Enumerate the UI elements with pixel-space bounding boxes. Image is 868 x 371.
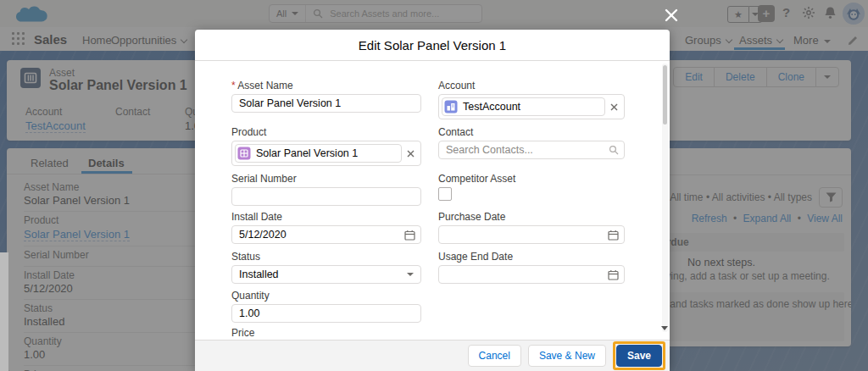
- field-contact: Contact: [438, 127, 625, 159]
- product-pill-label: Solar Panel Version 1: [256, 147, 358, 159]
- account-pill[interactable]: TestAccount: [442, 97, 605, 116]
- calendar-icon[interactable]: [608, 230, 619, 241]
- field-competitor-asset: Competitor Asset: [438, 174, 625, 204]
- search-icon: [609, 145, 619, 155]
- chevron-down-icon: [407, 273, 414, 276]
- modal-scrollbar[interactable]: [662, 64, 668, 332]
- page-scrollbar[interactable]: [0, 252, 8, 371]
- calendar-icon[interactable]: [608, 269, 619, 280]
- field-purchase-date: Purchase Date: [438, 212, 625, 244]
- usage-end-date-input[interactable]: [438, 265, 625, 284]
- account-lookup[interactable]: TestAccount: [438, 94, 625, 119]
- install-date-input[interactable]: [231, 225, 421, 244]
- product-pill[interactable]: Solar Panel Version 1: [235, 144, 402, 163]
- status-value: Installed: [239, 269, 279, 280]
- cancel-button[interactable]: Cancel: [468, 345, 521, 367]
- field-usage-end-date: Usage End Date: [438, 252, 625, 284]
- modal-scrollbar-thumb[interactable]: [663, 65, 667, 125]
- field-account: Account TestAccount: [438, 80, 625, 119]
- modal-header: Edit Solar Panel Version 1: [195, 30, 670, 61]
- edit-asset-modal: Edit Solar Panel Version 1 Asset Name Pr…: [195, 30, 670, 371]
- modal-title: Edit Solar Panel Version 1: [359, 38, 506, 53]
- scrollbar-down-arrow[interactable]: [661, 326, 668, 330]
- save-and-new-button[interactable]: Save & New: [528, 345, 606, 367]
- modal-close-icon[interactable]: [660, 4, 682, 26]
- field-quantity: Quantity: [231, 291, 421, 323]
- status-select[interactable]: Installed: [231, 265, 421, 284]
- save-button[interactable]: Save: [616, 345, 662, 367]
- field-product: Product Solar Panel Version 1: [231, 127, 421, 166]
- field-serial-number: Serial Number: [231, 174, 421, 206]
- product-lookup[interactable]: Solar Panel Version 1: [231, 141, 421, 166]
- purchase-date-input[interactable]: [438, 225, 625, 244]
- asset-name-input[interactable]: [231, 94, 421, 113]
- field-status: Status Installed: [231, 252, 421, 284]
- modal-footer: Cancel Save & New Save: [195, 340, 670, 371]
- save-button-highlight: Save: [613, 341, 665, 370]
- account-pill-label: TestAccount: [463, 101, 520, 113]
- field-asset-name: Asset Name: [231, 80, 421, 113]
- remove-product-icon[interactable]: [407, 150, 415, 158]
- salesforce-app: All ★ + ?: [0, 0, 868, 371]
- remove-account-icon[interactable]: [610, 103, 618, 111]
- field-install-date: Install Date: [231, 212, 421, 244]
- serial-number-input[interactable]: [231, 187, 421, 206]
- account-object-icon: [444, 100, 458, 114]
- quantity-input[interactable]: [231, 304, 421, 323]
- competitor-asset-checkbox[interactable]: [438, 187, 452, 201]
- contact-search-input[interactable]: [438, 141, 625, 159]
- product-object-icon: [237, 147, 251, 160]
- calendar-icon[interactable]: [404, 230, 415, 241]
